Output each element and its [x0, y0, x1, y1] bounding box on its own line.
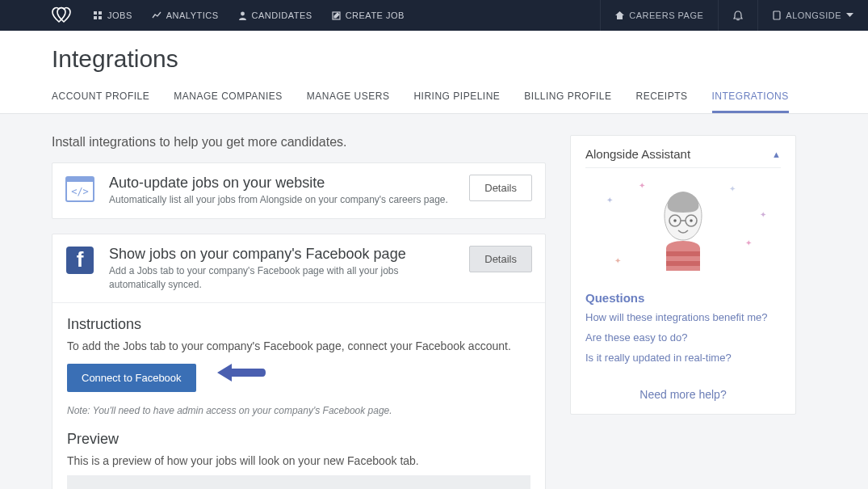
integration-title: Show jobs on your company's Facebook pag…: [109, 246, 455, 263]
page-header: Integrations ACCOUNT PROFILE MANAGE COMP…: [0, 31, 868, 114]
details-button[interactable]: Details: [469, 246, 532, 272]
heart-logo-icon: [52, 6, 71, 24]
edit-icon: [332, 11, 341, 20]
faq-link[interactable]: How will these integrations benefit me?: [585, 311, 781, 323]
assistant-illustration: ✦ ✦ ✦ ✦ ✦ ✦: [585, 178, 781, 283]
nav-label: ANALYTICS: [166, 11, 219, 20]
svg-point-11: [690, 219, 693, 222]
questions-heading: Questions: [585, 291, 781, 305]
nav-label: CANDIDATES: [252, 11, 312, 20]
tab-hiring-pipeline[interactable]: HIRING PIPELINE: [413, 91, 500, 113]
nav-jobs[interactable]: JOBS: [94, 11, 132, 20]
chart-icon: [152, 11, 161, 20]
avatar-icon: [653, 190, 713, 271]
nav-create-job[interactable]: CREATE JOB: [332, 11, 405, 20]
integration-desc: Automatically list all your jobs from Al…: [109, 193, 455, 207]
assistant-header[interactable]: Alongside Assistant ▲: [585, 147, 781, 168]
main-content: Install integrations to help you get mor…: [0, 114, 868, 489]
assistant-panel: Alongside Assistant ▲ ✦ ✦ ✦ ✦ ✦ ✦: [570, 135, 796, 415]
svg-rect-13: [666, 261, 700, 266]
nav-candidates[interactable]: CANDIDATES: [238, 11, 312, 20]
nav-label: ALONGSIDE: [786, 11, 841, 20]
preview-text: This is a preview of how your jobs will …: [67, 454, 530, 467]
top-navbar: JOBS ANALYTICS CANDIDATES CREATE JOB CAR…: [0, 0, 868, 31]
bell-icon: [733, 11, 743, 21]
faq-link[interactable]: Are these easy to do?: [585, 331, 781, 344]
nav-account-menu[interactable]: ALONGSIDE: [757, 0, 868, 31]
person-icon: [238, 11, 247, 20]
preview-placeholder: [67, 475, 530, 489]
chevron-down-icon: [846, 13, 853, 18]
brand-logo[interactable]: [52, 6, 71, 24]
collapse-caret-icon: ▲: [772, 150, 781, 159]
intro-text: Install integrations to help you get mor…: [52, 135, 546, 150]
nav-notifications[interactable]: [718, 0, 757, 31]
facebook-icon: f: [65, 246, 94, 275]
preview-heading: Preview: [67, 431, 530, 448]
grid-icon: [94, 11, 103, 20]
tab-billing-profile[interactable]: BILLING PROFILE: [524, 91, 611, 113]
instructions-heading: Instructions: [67, 316, 530, 333]
integration-facebook-card: f Show jobs on your company's Facebook p…: [52, 234, 546, 489]
instructions-note: Note: You'll need to have admin access o…: [67, 405, 530, 416]
svg-rect-1: [99, 11, 102, 15]
nav-label: CREATE JOB: [346, 11, 405, 20]
svg-point-10: [673, 219, 677, 222]
instructions-text: To add the Jobs tab to your company's Fa…: [67, 339, 530, 352]
right-column: Alongside Assistant ▲ ✦ ✦ ✦ ✦ ✦ ✦: [570, 135, 796, 489]
tab-account-profile[interactable]: ACCOUNT PROFILE: [52, 91, 149, 113]
pointer-arrow-icon: [217, 364, 266, 385]
integration-desc: Add a Jobs tab to your company's Faceboo…: [109, 264, 455, 292]
home-icon: [615, 11, 624, 20]
device-icon: [773, 11, 781, 20]
integration-website: </> Auto-update jobs on your website Aut…: [52, 162, 546, 219]
assistant-title: Alongside Assistant: [585, 147, 690, 161]
connect-facebook-button[interactable]: Connect to Facebook: [67, 364, 196, 392]
nav-label: JOBS: [107, 11, 132, 20]
tab-manage-users[interactable]: MANAGE USERS: [307, 91, 390, 113]
svg-rect-12: [666, 251, 700, 256]
integration-title: Auto-update jobs on your website: [109, 175, 455, 192]
svg-point-4: [241, 11, 245, 15]
faq-link[interactable]: Is it really updated in real-time?: [585, 352, 781, 364]
left-column: Install integrations to help you get mor…: [52, 135, 546, 489]
tab-manage-companies[interactable]: MANAGE COMPANIES: [174, 91, 282, 113]
svg-rect-0: [94, 11, 97, 15]
settings-tabs: ACCOUNT PROFILE MANAGE COMPANIES MANAGE …: [52, 91, 816, 113]
code-embed-icon: </>: [65, 175, 94, 204]
nav-analytics[interactable]: ANALYTICS: [152, 11, 219, 20]
svg-rect-2: [94, 16, 97, 19]
tab-receipts[interactable]: RECEIPTS: [636, 91, 688, 113]
details-button[interactable]: Details: [469, 175, 532, 201]
svg-rect-3: [99, 16, 102, 19]
page-title: Integrations: [52, 45, 816, 73]
nav-label: CAREERS PAGE: [629, 11, 703, 20]
nav-careers-page[interactable]: CAREERS PAGE: [600, 0, 718, 31]
more-help-link[interactable]: Need more help?: [585, 388, 781, 401]
tab-integrations[interactable]: INTEGRATIONS: [712, 91, 789, 113]
svg-rect-6: [774, 11, 780, 19]
